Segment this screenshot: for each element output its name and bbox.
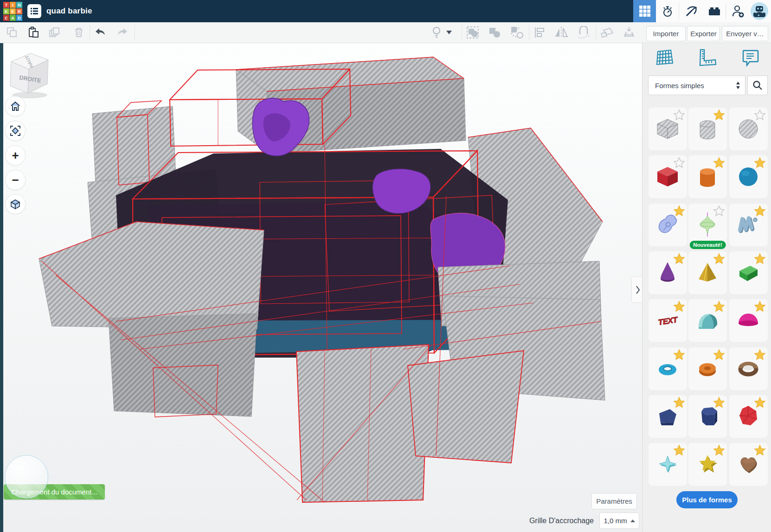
shape-handwriting-icon[interactable] (729, 204, 768, 246)
favorite-star-icon[interactable] (713, 444, 725, 456)
favorite-star-icon[interactable] (713, 301, 725, 313)
shape-hole-box-icon[interactable] (649, 108, 687, 150)
undo-icon[interactable] (90, 22, 110, 43)
workplane-icon[interactable] (654, 48, 675, 70)
favorite-star-icon[interactable] (754, 301, 766, 313)
zoom-in-button[interactable]: + (5, 145, 26, 166)
zoom-out-button[interactable]: − (5, 170, 26, 190)
3d-viewport[interactable]: HAUT DROITE + − Chargement du document..… (0, 43, 642, 532)
favorite-star-icon[interactable] (754, 253, 766, 265)
shape-pyramid-icon[interactable] (688, 251, 727, 294)
drop-to-workplane-icon[interactable] (619, 22, 639, 43)
view-cube[interactable]: HAUT DROITE (6, 49, 53, 100)
app-header: TINKERCAD quad barbie (0, 0, 771, 22)
logo-letter: I (10, 2, 16, 8)
shape-star-5point-icon[interactable] (688, 443, 727, 486)
favorite-star-icon[interactable] (754, 157, 766, 169)
workplane-tool-icon[interactable] (597, 22, 617, 43)
panel-collapse-button[interactable] (631, 276, 642, 303)
delete-icon[interactable] (69, 22, 89, 43)
shape-polygon-icon[interactable] (649, 395, 687, 438)
mirror-icon[interactable] (551, 22, 572, 43)
favorite-star-icon[interactable] (673, 157, 685, 169)
shape-icosahedron-icon[interactable] (729, 395, 768, 438)
loading-bubble (5, 455, 48, 499)
simlab-stopwatch-icon[interactable] (656, 0, 679, 22)
favorite-star-icon[interactable] (754, 349, 766, 361)
shape-box-icon[interactable] (649, 155, 687, 198)
break-apart-icon[interactable] (507, 22, 527, 43)
settings-button[interactable]: Paramètres (591, 493, 637, 509)
shape-scribble-icon[interactable] (649, 204, 687, 246)
redo-icon[interactable] (112, 22, 133, 43)
send-button[interactable]: Envoyer v… (722, 26, 768, 41)
duplicate-icon[interactable] (45, 22, 65, 43)
favorite-star-icon[interactable] (713, 205, 725, 217)
export-button[interactable]: Exporter (687, 26, 720, 41)
ruler-icon[interactable] (697, 48, 717, 70)
shape-spinning-top-icon[interactable]: Nouveauté! (688, 204, 727, 246)
shape-star-4point-icon[interactable] (649, 443, 687, 486)
import-button[interactable]: Importer (646, 26, 686, 41)
fit-view-button[interactable] (5, 121, 26, 141)
document-title[interactable]: quad barbie (46, 0, 92, 22)
favorite-star-icon[interactable] (673, 397, 685, 409)
model-scene[interactable] (0, 43, 642, 532)
shape-ring-icon[interactable] (729, 347, 768, 390)
favorite-star-icon[interactable] (713, 397, 725, 409)
shape-torus-icon[interactable] (649, 347, 687, 390)
shape-hex-prism-icon[interactable] (688, 395, 727, 438)
invite-person-icon[interactable] (726, 0, 750, 22)
document-properties-icon[interactable] (27, 4, 41, 18)
favorite-star-icon[interactable] (713, 253, 725, 265)
favorite-star-icon[interactable] (713, 157, 725, 169)
favorite-star-icon[interactable] (754, 109, 766, 121)
user-avatar[interactable] (751, 2, 768, 20)
favorite-star-icon[interactable] (673, 349, 685, 361)
favorite-star-icon[interactable] (673, 253, 685, 265)
logo-letter: E (10, 8, 16, 14)
shape-hole-sphere-icon[interactable] (729, 108, 768, 150)
shape-text-icon[interactable]: TEXT (649, 299, 687, 342)
shape-cone-icon[interactable] (649, 251, 687, 294)
shape-heart-icon[interactable] (729, 443, 768, 486)
tinkercad-logo[interactable]: TINKERCAD (3, 2, 22, 21)
minecraft-pickaxe-icon[interactable] (679, 0, 703, 22)
toolbar-divider (596, 25, 596, 40)
lego-brick-icon[interactable] (703, 0, 726, 22)
shape-roof-icon[interactable] (729, 251, 768, 294)
designs-grid-icon[interactable] (633, 0, 656, 22)
favorite-star-icon[interactable] (673, 205, 685, 217)
shape-cylinder-icon[interactable] (688, 155, 727, 198)
paste-icon[interactable] (23, 22, 44, 43)
favorite-star-icon[interactable] (754, 205, 766, 217)
shape-half-sphere-icon[interactable] (729, 299, 768, 342)
perspective-toggle-button[interactable] (5, 194, 26, 214)
more-shapes-button[interactable]: Plus de formes (676, 491, 738, 508)
show-all-caret-icon[interactable] (442, 22, 456, 43)
favorite-star-icon[interactable] (673, 109, 685, 121)
logo-letter: R (16, 8, 22, 14)
notes-icon[interactable] (739, 48, 760, 70)
copy-icon[interactable] (2, 22, 22, 43)
favorite-star-icon[interactable] (713, 349, 725, 361)
shape-half-cylinder-icon[interactable] (688, 299, 727, 342)
ungroup-icon[interactable] (484, 22, 505, 43)
snap-grid-select[interactable]: 1,0 mm (599, 513, 639, 529)
magnet-icon[interactable] (573, 22, 594, 43)
search-button[interactable] (747, 76, 768, 95)
shapes-panel: Formes simples Nouveauté! TEXT (642, 43, 771, 532)
favorite-star-icon[interactable] (673, 444, 685, 456)
shape-sphere-icon[interactable] (729, 155, 768, 198)
home-view-button[interactable] (5, 96, 26, 116)
favorite-star-icon[interactable] (754, 444, 766, 456)
shape-hole-cylinder-icon[interactable] (688, 108, 727, 150)
favorite-star-icon[interactable] (713, 109, 725, 121)
favorite-star-icon[interactable] (754, 397, 766, 409)
align-icon[interactable] (529, 22, 550, 43)
shape-category-select[interactable]: Formes simples (648, 76, 745, 95)
favorite-star-icon[interactable] (673, 301, 685, 313)
shape-thick-tube-icon[interactable] (688, 347, 727, 390)
group-icon[interactable] (463, 22, 483, 43)
new-badge: Nouveauté! (689, 241, 726, 249)
